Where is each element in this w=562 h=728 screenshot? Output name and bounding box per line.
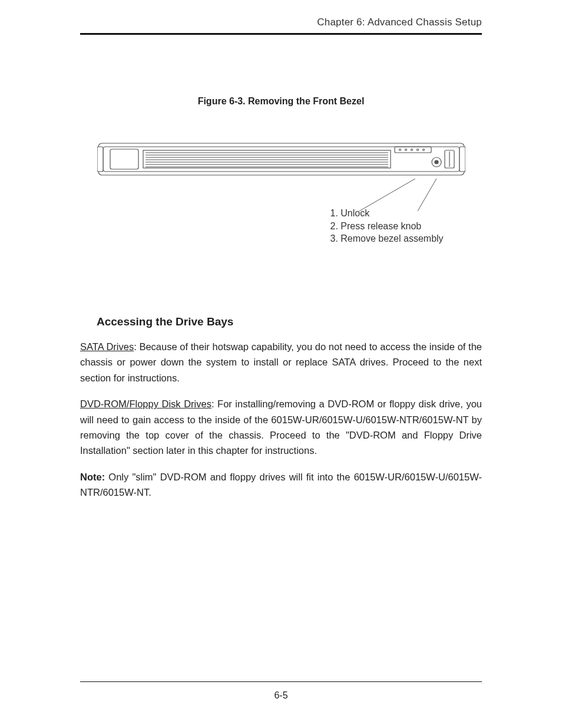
- lead-sata-drives: SATA Drives: [80, 341, 134, 352]
- chapter-header: Chapter 6: Advanced Chassis Setup: [80, 17, 482, 28]
- svg-rect-3: [459, 147, 465, 172]
- paragraph-note: Note: Only "slim" DVD-ROM and floppy dri…: [80, 469, 482, 500]
- svg-point-17: [416, 149, 418, 151]
- svg-rect-4: [110, 149, 138, 169]
- document-page: Chapter 6: Advanced Chassis Setup Figure…: [0, 0, 562, 728]
- svg-rect-0: [98, 143, 464, 175]
- svg-point-15: [405, 149, 406, 151]
- header-rule: [80, 33, 482, 35]
- paragraph-dvd-floppy: DVD-ROM/Floppy Disk Drives: For installi…: [80, 396, 482, 459]
- section-heading: Accessing the Drive Bays: [97, 315, 482, 328]
- lead-dvd-floppy: DVD-ROM/Floppy Disk Drives: [80, 398, 211, 409]
- svg-point-16: [411, 149, 412, 151]
- paragraph-sata-drives: SATA Drives: Because of their hotswap ca…: [80, 339, 482, 386]
- svg-rect-2: [97, 147, 103, 172]
- svg-line-24: [418, 179, 437, 211]
- figure-step-2: 2. Press release knob: [330, 220, 444, 233]
- footer-rule: [80, 681, 482, 682]
- figure-steps-list: 1. Unlock 2. Press release knob 3. Remov…: [330, 207, 444, 245]
- svg-point-18: [422, 149, 424, 151]
- figure-step-1: 1. Unlock: [330, 207, 444, 220]
- text-note: Only "slim" DVD-ROM and floppy drives wi…: [80, 472, 482, 498]
- figure-6-3: 1. Unlock 2. Press release knob 3. Remov…: [97, 139, 465, 180]
- figure-step-3: 3. Remove bezel assembly: [330, 232, 444, 245]
- text-sata-drives: : Because of their hotswap capability, y…: [80, 341, 482, 383]
- chassis-diagram: [97, 139, 465, 180]
- svg-point-20: [435, 160, 438, 164]
- lead-note: Note:: [80, 472, 105, 482]
- svg-line-23: [359, 179, 415, 211]
- figure-caption: Figure 6-3. Removing the Front Bezel: [80, 96, 482, 107]
- svg-point-14: [399, 149, 401, 151]
- page-number: 6-5: [0, 690, 562, 701]
